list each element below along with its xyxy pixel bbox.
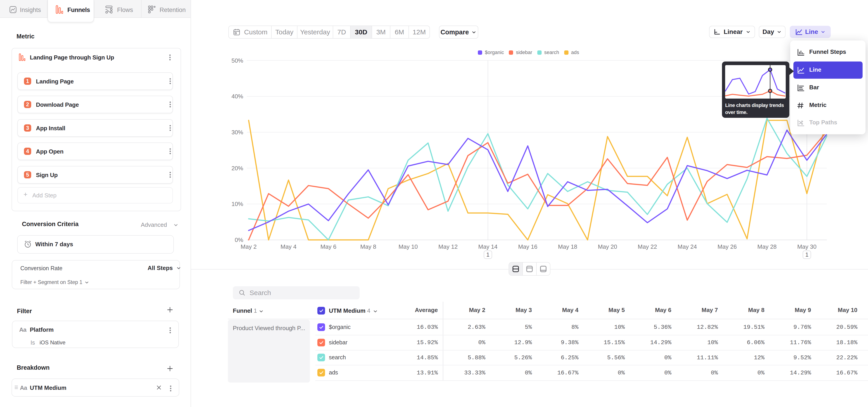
svg-text:May 2: May 2: [241, 243, 257, 250]
svg-text:May 12: May 12: [438, 243, 458, 250]
svg-text:1: 1: [486, 251, 489, 258]
svg-text:20%: 20%: [231, 165, 243, 171]
svg-text:May 10: May 10: [399, 243, 418, 250]
svg-text:May 8: May 8: [360, 243, 376, 250]
svg-text:May 18: May 18: [558, 243, 577, 250]
svg-text:May 16: May 16: [518, 243, 537, 250]
svg-text:May 14: May 14: [478, 243, 498, 250]
svg-text:30%: 30%: [231, 129, 243, 136]
svg-text:10%: 10%: [231, 200, 243, 207]
svg-text:May 26: May 26: [717, 243, 737, 250]
svg-text:50%: 50%: [231, 57, 243, 64]
svg-text:May 30: May 30: [797, 243, 816, 250]
svg-text:0%: 0%: [235, 237, 243, 243]
svg-text:May 4: May 4: [281, 243, 297, 250]
svg-text:May 24: May 24: [678, 243, 697, 250]
svg-text:May 20: May 20: [598, 243, 617, 250]
svg-text:40%: 40%: [231, 93, 243, 100]
svg-text:May 6: May 6: [320, 243, 336, 250]
svg-text:May 22: May 22: [638, 243, 657, 250]
svg-text:1: 1: [805, 251, 809, 258]
svg-text:May 28: May 28: [757, 243, 777, 250]
